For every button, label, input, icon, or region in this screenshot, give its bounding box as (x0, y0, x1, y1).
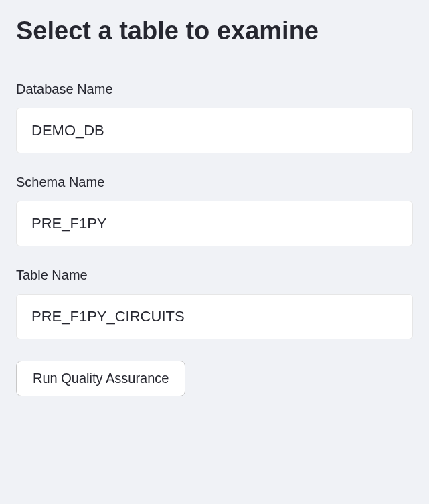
schema-select[interactable]: PRE_F1PY (16, 201, 413, 246)
page-title: Select a table to examine (16, 16, 413, 47)
table-field-group: Table Name PRE_F1PY_CIRCUITS (16, 268, 413, 339)
schema-label: Schema Name (16, 175, 413, 190)
database-select[interactable]: DEMO_DB (16, 108, 413, 153)
table-label: Table Name (16, 268, 413, 283)
schema-field-group: Schema Name PRE_F1PY (16, 175, 413, 246)
table-select[interactable]: PRE_F1PY_CIRCUITS (16, 294, 413, 339)
database-field-group: Database Name DEMO_DB (16, 82, 413, 153)
database-label: Database Name (16, 82, 413, 97)
run-quality-assurance-button[interactable]: Run Quality Assurance (16, 361, 185, 396)
